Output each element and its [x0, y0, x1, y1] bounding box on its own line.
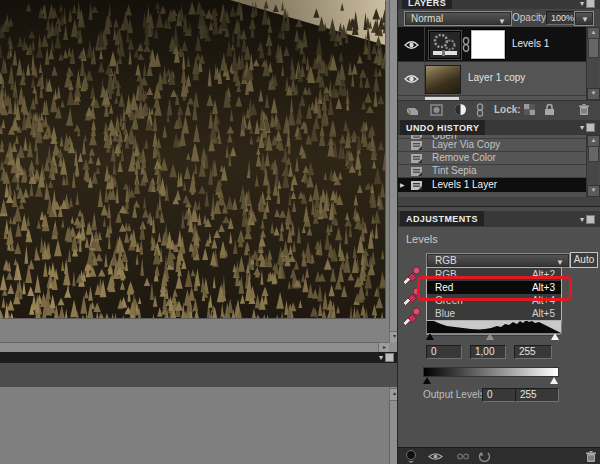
- midtone-input-value: 1,00: [475, 346, 494, 357]
- channel-option-shortcut: Alt+5: [532, 307, 555, 320]
- scrollbar-thumb[interactable]: [588, 146, 599, 162]
- link-mask-icon[interactable]: [462, 37, 470, 52]
- output-levels-label: Output Levels:: [423, 389, 487, 400]
- output-highlight-field[interactable]: 255: [515, 388, 559, 402]
- adjustments-bottom-bar: [398, 447, 600, 464]
- scroll-down-button[interactable]: ▼: [587, 185, 600, 197]
- view-previous-state-icon[interactable]: [456, 452, 470, 461]
- layer-name[interactable]: Layer 1 copy: [468, 72, 525, 83]
- scroll-down-button[interactable]: ▼: [587, 88, 600, 100]
- trash-icon[interactable]: [578, 103, 590, 116]
- auto-button[interactable]: Auto: [570, 252, 598, 268]
- history-item-label: Layer Via Copy: [432, 139, 500, 150]
- channel-select-value: RGB: [435, 255, 457, 266]
- panel-menu-icon[interactable]: ▾: [580, 215, 595, 224]
- clip-to-layer-icon[interactable]: [405, 450, 417, 463]
- adjustment-layer-thumbnail[interactable]: [429, 31, 461, 59]
- history-item-selected[interactable]: ▶ Levels 1 Layer: [398, 178, 586, 192]
- new-layer-icon[interactable]: [406, 104, 419, 116]
- tab-adjustments[interactable]: ADJUSTMENTS: [400, 211, 484, 226]
- history-item[interactable]: Layer Via Copy: [398, 139, 586, 152]
- channel-option-blue[interactable]: Blue Alt+5: [427, 307, 561, 320]
- adjustment-layer-icon[interactable]: [454, 103, 467, 116]
- eye-icon[interactable]: [404, 40, 419, 50]
- adjustments-tab-label: ADJUSTMENTS: [406, 214, 478, 224]
- output-shadow-value: 0: [487, 389, 493, 400]
- lock-transparency-icon[interactable]: [524, 104, 535, 115]
- lower-document-area: [0, 387, 398, 464]
- shadow-input-value: 0: [431, 346, 437, 357]
- layer-row-layer1copy[interactable]: Layer 1 copy: [398, 62, 586, 96]
- channel-option-label: Blue: [435, 307, 455, 320]
- layer-thumbnail[interactable]: [425, 65, 461, 94]
- layers-controls-row: Normal ▼ Opacity: 100% ▼: [398, 9, 600, 27]
- panel-menu-icon[interactable]: ▾: [379, 353, 394, 362]
- lock-all-icon[interactable]: [544, 103, 555, 116]
- layer-name[interactable]: Levels 1: [512, 38, 549, 49]
- highlight-input-field[interactable]: 255: [514, 345, 552, 359]
- trash-icon[interactable]: [585, 450, 597, 463]
- opacity-dropdown-button[interactable]: ▼: [574, 11, 594, 26]
- history-item-label: Remove Color: [432, 152, 496, 163]
- blend-mode-value: Normal: [411, 13, 443, 24]
- history-current-marker-icon: ▶: [400, 181, 405, 188]
- highlight-input-value: 255: [519, 346, 536, 357]
- visibility-cell[interactable]: [398, 27, 425, 61]
- output-shadow-field[interactable]: 0: [482, 388, 516, 402]
- visibility-eye-icon[interactable]: [428, 452, 443, 461]
- shadow-input-field[interactable]: 0: [426, 345, 462, 359]
- layers-scrollbar[interactable]: ▲ ▼: [586, 27, 599, 100]
- eye-icon[interactable]: [404, 74, 419, 84]
- panel-menu-icon[interactable]: ▾: [580, 0, 595, 8]
- blend-mode-select[interactable]: Normal ▼: [404, 11, 512, 26]
- history-item-label: Levels 1 Layer: [432, 179, 497, 190]
- undo-history-footer: [398, 197, 600, 207]
- red-highlight-annotation: [417, 276, 572, 301]
- link-layers-icon[interactable]: [476, 103, 484, 117]
- history-state-icon: [410, 153, 423, 164]
- white-point-eyedropper-icon[interactable]: [401, 307, 423, 326]
- levels-gears-icon: [430, 32, 460, 58]
- midtone-input-field[interactable]: 1,00: [470, 345, 506, 359]
- collapsed-window-bar: ▾: [0, 352, 398, 363]
- layer-row-levels1[interactable]: Levels 1: [398, 27, 586, 62]
- history-state-icon: [410, 140, 423, 151]
- reset-icon[interactable]: [478, 451, 491, 462]
- highlight-output-slider[interactable]: [550, 377, 558, 384]
- photoshop-elements-window: ▾ ▸ ▾ ▴ LAYERS ▾ Normal ▼ Opacity: 100% …: [0, 0, 600, 464]
- channel-select[interactable]: RGB ▼: [426, 253, 570, 268]
- undo-history-header: UNDO HISTORY ▾: [398, 120, 600, 136]
- new-fill-layer-icon[interactable]: [430, 104, 443, 116]
- adjustments-header: ADJUSTMENTS ▾: [398, 211, 600, 228]
- scrollbar-thumb[interactable]: [588, 38, 599, 58]
- tab-undo-history[interactable]: UNDO HISTORY: [400, 120, 485, 135]
- auto-button-label: Auto: [574, 254, 595, 265]
- lock-label: Lock:: [494, 104, 521, 115]
- history-item[interactable]: Remove Color: [398, 152, 586, 165]
- layer-mask-thumbnail[interactable]: [471, 30, 505, 59]
- history-state-icon: [410, 166, 423, 177]
- visibility-cell[interactable]: [398, 62, 425, 95]
- history-state-icon: [410, 180, 423, 191]
- layers-bottom-bar: Lock:: [398, 100, 600, 121]
- history-item[interactable]: Tint Sepia: [398, 165, 586, 178]
- opacity-value: 100%: [551, 13, 574, 23]
- output-gradient-bar: [423, 367, 559, 377]
- opacity-label: Opacity:: [512, 11, 549, 24]
- history-item-label: Tint Sepia: [432, 165, 477, 176]
- undo-history-tab-label: UNDO HISTORY: [406, 123, 479, 133]
- panel-menu-icon[interactable]: ▾: [580, 123, 595, 132]
- layers-tab-label: LAYERS: [408, 0, 446, 8]
- undo-history-list: Open Layer Via Copy Remove Color: [398, 135, 586, 197]
- canvas-image-forest[interactable]: [0, 0, 385, 318]
- adjustment-name-label: Levels: [406, 233, 438, 245]
- chevron-down-icon: ▼: [581, 15, 589, 24]
- output-highlight-value: 255: [520, 389, 537, 400]
- shadow-output-slider[interactable]: [423, 377, 431, 384]
- undo-history-scrollbar[interactable]: ▲ ▼: [586, 135, 599, 197]
- lower-window-band: [0, 363, 398, 388]
